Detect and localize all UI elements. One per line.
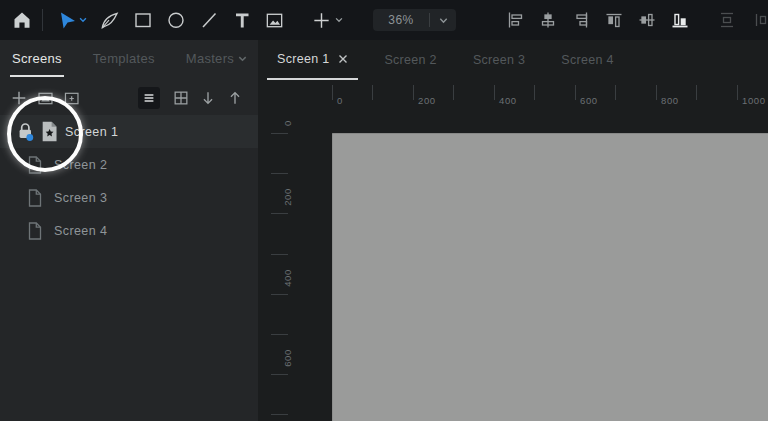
canvas-tab-bar: Screen 1 Screen 2 Screen 3 Screen 4 [258, 40, 768, 80]
add-screen-button[interactable] [6, 85, 32, 111]
ruler-tick [615, 85, 616, 100]
select-tool-button[interactable] [54, 5, 90, 35]
list-view-button[interactable] [138, 87, 160, 109]
ruler-tick [494, 85, 495, 100]
close-tab-icon[interactable] [338, 54, 348, 64]
chevron-down-icon [334, 15, 344, 25]
ruler-label: 0 [282, 103, 294, 143]
ruler-label: 0 [337, 95, 343, 106]
screen-list-item-2[interactable]: Screen 2 [0, 148, 258, 181]
ellipse-icon [166, 10, 186, 30]
align-bottom-button[interactable] [665, 5, 695, 35]
ruler-label: 1000 [742, 95, 766, 106]
line-icon [199, 10, 219, 30]
move-screen-up-button[interactable] [222, 85, 248, 111]
align-middle-vertical-icon [637, 10, 657, 30]
align-left-icon [505, 10, 525, 30]
align-center-horizontal-button[interactable] [533, 5, 563, 35]
chevron-down-icon [430, 15, 456, 26]
artboard-canvas[interactable] [332, 133, 768, 421]
pen-tool-button[interactable] [93, 5, 126, 35]
tab-templates[interactable]: Templates [93, 40, 155, 77]
text-icon [232, 10, 252, 30]
text-tool-button[interactable] [225, 5, 258, 35]
arrow-up-icon [226, 89, 244, 107]
zoom-control[interactable]: 36% [373, 9, 456, 31]
align-right-button[interactable] [566, 5, 596, 35]
page-icon [28, 189, 42, 207]
canvas-tab-label: Screen 3 [473, 53, 525, 67]
insert-shape-button[interactable] [307, 5, 347, 35]
distribute-horizontal-button[interactable] [748, 5, 768, 35]
ruler-tick [656, 85, 657, 100]
align-middle-vertical-button[interactable] [632, 5, 662, 35]
ruler-tick [534, 85, 535, 100]
arrow-down-icon [199, 89, 217, 107]
ruler-tick [696, 85, 697, 100]
screen-name: Screen 3 [54, 191, 107, 205]
line-tool-button[interactable] [192, 5, 225, 35]
grid-view-icon [172, 89, 190, 107]
rectangle-tool-button[interactable] [126, 5, 159, 35]
toolbar-divider [42, 9, 43, 31]
tab-screens[interactable]: Screens [12, 40, 62, 77]
align-top-button[interactable] [599, 5, 629, 35]
page-icon [28, 156, 42, 174]
image-icon [264, 10, 285, 31]
ruler-tick [271, 254, 288, 255]
screen-name: Screen 2 [54, 158, 107, 172]
distribute-horizontal-icon [753, 10, 768, 30]
screen-list-item-4[interactable]: Screen 4 [0, 214, 258, 247]
canvas-tab-screen-2[interactable]: Screen 2 [374, 40, 446, 80]
ruler-tick [737, 85, 738, 100]
ruler-label: 600 [580, 95, 598, 106]
starred-page-icon [41, 121, 58, 142]
canvas-tab-label: Screen 4 [561, 53, 613, 67]
ruler-label: 600 [282, 338, 294, 378]
align-right-icon [571, 10, 591, 30]
chevron-down-icon [78, 15, 88, 25]
design-app-window: 36% [0, 0, 768, 421]
ruler-tick [271, 173, 288, 174]
screens-action-bar [0, 81, 258, 115]
image-tool-button[interactable] [258, 5, 291, 35]
move-screen-down-button[interactable] [195, 85, 221, 111]
screen-name: Screen 1 [65, 125, 118, 139]
screen-list-item-1[interactable]: Screen 1 [0, 115, 258, 148]
home-button[interactable] [9, 5, 35, 35]
screen-list: Screen 1 Screen 2 Screen 3 Screen 4 [0, 115, 258, 247]
ruler-label: 400 [499, 95, 517, 106]
panel-tabs-overflow-button[interactable] [237, 53, 248, 64]
ellipse-tool-button[interactable] [159, 5, 192, 35]
align-bottom-icon [670, 10, 690, 30]
home-icon [11, 9, 33, 31]
grid-view-button[interactable] [168, 85, 194, 111]
plus-icon [10, 89, 28, 107]
add-image-screen-button[interactable] [32, 85, 58, 111]
align-left-button[interactable] [500, 5, 530, 35]
select-arrow-icon [57, 10, 77, 30]
ruler-label: 200 [282, 177, 294, 217]
canvas-tab-screen-1[interactable]: Screen 1 [267, 40, 358, 80]
ruler-tick [372, 85, 373, 100]
screens-panel: Screens Templates Masters [0, 40, 258, 421]
plus-icon [311, 10, 332, 31]
add-folder-button[interactable] [58, 85, 84, 111]
canvas-area: Screen 1 Screen 2 Screen 3 Screen 4 [258, 40, 768, 421]
distribute-vertical-icon [717, 10, 737, 30]
canvas-tab-screen-3[interactable]: Screen 3 [463, 40, 535, 80]
list-view-icon [141, 90, 157, 106]
image-icon [36, 89, 55, 108]
lock-icon [17, 122, 34, 141]
distribute-vertical-button[interactable] [712, 5, 742, 35]
tab-masters[interactable]: Masters [186, 40, 234, 77]
screen-list-item-3[interactable]: Screen 3 [0, 181, 258, 214]
canvas-tab-label: Screen 2 [384, 53, 436, 67]
top-toolbar: 36% [0, 0, 768, 40]
ruler-label: 200 [418, 95, 436, 106]
rectangle-icon [133, 10, 153, 30]
align-top-icon [604, 10, 624, 30]
folder-plus-icon [62, 89, 81, 108]
canvas-tab-screen-4[interactable]: Screen 4 [551, 40, 623, 80]
ruler-label: 800 [661, 95, 679, 106]
